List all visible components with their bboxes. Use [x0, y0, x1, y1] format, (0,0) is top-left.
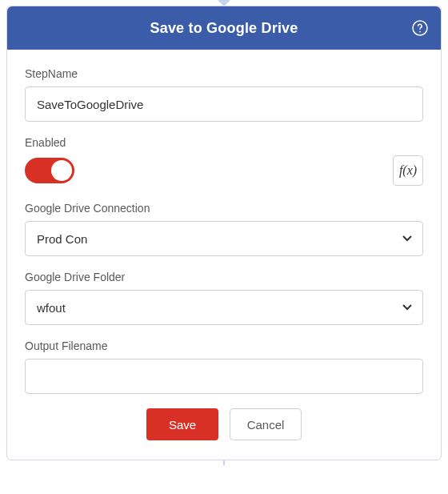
folder-select-wrapper: wfout [25, 290, 423, 325]
save-button[interactable]: Save [146, 408, 218, 440]
step-name-input[interactable] [25, 86, 423, 122]
output-filename-label: Output Filename [25, 339, 423, 352]
card-header: Save to Google Drive [7, 6, 441, 50]
toggle-knob [51, 160, 72, 181]
card-title: Save to Google Drive [150, 20, 298, 37]
folder-select[interactable]: wfout [25, 290, 423, 325]
cancel-button[interactable]: Cancel [230, 408, 302, 440]
fx-button[interactable]: f(x) [393, 155, 423, 186]
step-name-field: StepName [25, 67, 423, 122]
output-filename-field: Output Filename [25, 339, 423, 394]
button-row: Save Cancel [25, 408, 423, 440]
step-card: Save to Google Drive StepName Enabled f(… [6, 6, 442, 460]
connection-label: Google Drive Connection [25, 202, 423, 215]
help-icon[interactable] [412, 20, 428, 36]
connection-select[interactable]: Prod Con [25, 221, 423, 256]
enabled-row: f(x) [25, 155, 423, 186]
svg-point-1 [419, 31, 421, 33]
step-name-label: StepName [25, 67, 423, 80]
folder-field: Google Drive Folder wfout [25, 271, 423, 325]
connection-select-wrapper: Prod Con [25, 221, 423, 256]
enabled-toggle[interactable] [25, 158, 74, 183]
enabled-label: Enabled [25, 136, 423, 149]
output-filename-input[interactable] [25, 359, 423, 394]
connector-line-bottom [223, 460, 225, 465]
folder-label: Google Drive Folder [25, 271, 423, 283]
enabled-field: Enabled f(x) [25, 136, 423, 186]
connection-field: Google Drive Connection Prod Con [25, 202, 423, 256]
card-body: StepName Enabled f(x) Google Drive Conne… [7, 50, 441, 460]
